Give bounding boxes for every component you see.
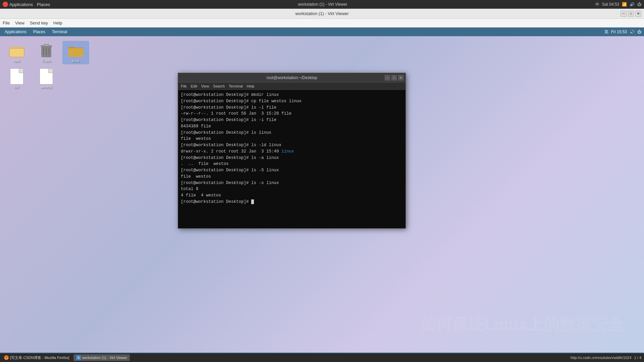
term-line-2: [root@workstation Desktop]# cp file west… bbox=[181, 98, 403, 105]
terminal-title: root@workstation:~/Desktop bbox=[266, 75, 317, 80]
desktop-icon-file[interactable]: file bbox=[3, 67, 30, 90]
host-taskbar-virt-viewer[interactable]: 🖥 workstation (1) - Virt Viewer bbox=[73, 354, 130, 361]
trash-icon-label: Trash bbox=[42, 59, 51, 63]
guest-panel-right: 英 Fri 15:53 🔊 ⏻ bbox=[604, 29, 641, 35]
host-taskbar-firefox-label: [写文章-CSDN博客 - Mozilla Firefox] bbox=[10, 355, 69, 360]
term-line-16: total 8 bbox=[181, 186, 403, 192]
terminal-window-controls: ─ □ ✕ bbox=[385, 75, 404, 80]
term-line-15: [root@workstation Desktop]# ls -s linux bbox=[181, 180, 403, 186]
host-time: Sat 04:53 bbox=[602, 2, 619, 7]
vv-file-menu[interactable]: File bbox=[3, 20, 10, 25]
virt-viewer-titlebar: workstation (1) - Virt Viewer ─ □ ✕ bbox=[0, 9, 644, 19]
file-icon bbox=[9, 68, 25, 84]
term-line-1: [root@workstation Desktop]# mkdir linux bbox=[181, 92, 403, 98]
terminal-menubar: File Edit View Search Terminal Help bbox=[178, 82, 406, 90]
firefox-icon: 🦊 bbox=[4, 355, 9, 360]
guest-power-icon: ⏻ bbox=[637, 29, 641, 34]
terminal-content[interactable]: [root@workstation Desktop]# mkdir linux … bbox=[178, 90, 406, 228]
desktop-icon-linux[interactable]: linux bbox=[62, 41, 89, 64]
term-terminal-menu[interactable]: Terminal bbox=[229, 84, 243, 88]
term-line-14: file westos bbox=[181, 174, 403, 180]
westos-icon-label: westos bbox=[41, 85, 52, 89]
term-line-3: [root@workstation Desktop]# ls -l file bbox=[181, 105, 403, 111]
term-view-menu[interactable]: View bbox=[201, 84, 209, 88]
vv-minimize-button[interactable]: ─ bbox=[621, 11, 627, 17]
term-line-17: 4 file 4 westos bbox=[181, 192, 403, 199]
guest-panel: Applications Places Terminal 英 Fri 15:53… bbox=[0, 27, 644, 36]
virt-viewer-icon: 🖥 bbox=[76, 355, 81, 360]
vv-maximize-button[interactable]: □ bbox=[628, 11, 634, 17]
svg-rect-4 bbox=[9, 48, 24, 57]
host-network-icon: 📶 bbox=[622, 2, 627, 7]
term-line-10: drwxr-xr-x. 2 root root 32 Jan 3 15:49 l… bbox=[181, 148, 403, 155]
host-taskbar: 🦊 [写文章-CSDN博客 - Mozilla Firefox] 🖥 works… bbox=[0, 353, 644, 362]
term-search-menu[interactable]: Search bbox=[213, 84, 225, 88]
host-input-indicator: 中 bbox=[595, 2, 599, 7]
virt-viewer-menubar: File View Send key Help bbox=[0, 19, 644, 27]
terminal-titlebar: root@workstation:~/Desktop ─ □ ✕ bbox=[178, 73, 406, 82]
host-taskbar-firefox[interactable]: 🦊 [写文章-CSDN博客 - Mozilla Firefox] bbox=[1, 354, 72, 361]
root-icon-label: root bbox=[14, 59, 20, 63]
host-window-title: workstation (1) - Virt Viewer bbox=[54, 2, 591, 7]
vv-close-button[interactable]: ✕ bbox=[635, 11, 641, 17]
term-line-4: -rw-r--r--. 1 root root 56 Jan 3 15:28 f… bbox=[181, 111, 403, 117]
term-file-menu[interactable]: File bbox=[181, 84, 187, 88]
vv-sendkey-menu[interactable]: Send key bbox=[30, 20, 48, 25]
term-line-12: . .. file westos bbox=[181, 161, 403, 167]
desktop-watermark: 如何保证Linux上的数据安全 bbox=[420, 314, 624, 335]
term-help-menu[interactable]: Help bbox=[247, 84, 255, 88]
term-line-8: file westos bbox=[181, 136, 403, 142]
guest-places-menu[interactable]: Places bbox=[31, 29, 47, 35]
linux-folder-icon bbox=[68, 42, 84, 58]
guest-terminal-menu[interactable]: Terminal bbox=[50, 29, 69, 35]
term-line-11: [root@workstation Desktop]# ls -a linux bbox=[181, 155, 403, 161]
guest-applications-menu[interactable]: Applications bbox=[3, 29, 29, 35]
svg-rect-14 bbox=[68, 48, 83, 57]
term-line-6: 8434389 file bbox=[181, 123, 403, 130]
vv-view-menu[interactable]: View bbox=[15, 20, 24, 25]
term-line-7: [root@workstation Desktop]# ls linux bbox=[181, 130, 403, 136]
terminal-close-button[interactable]: ✕ bbox=[398, 75, 404, 80]
term-edit-menu[interactable]: Edit bbox=[191, 84, 197, 88]
host-places-label[interactable]: Places bbox=[37, 2, 50, 7]
root-folder-icon bbox=[9, 42, 25, 58]
desktop-icon-row-1: root Trash bbox=[3, 41, 89, 64]
desktop-icon-trash[interactable]: Trash bbox=[33, 41, 60, 64]
term-line-9: [root@workstation Desktop]# ls -ld linux bbox=[181, 142, 403, 148]
guest-input-indicator: 英 bbox=[604, 29, 608, 35]
terminal-minimize-button[interactable]: ─ bbox=[385, 75, 390, 80]
host-taskbar-page: 1 / 4 bbox=[634, 356, 641, 360]
term-line-13: [root@workstation Desktop]# ls -S linux bbox=[181, 167, 403, 174]
host-topbar: Applications Places workstation (1) - Vi… bbox=[0, 0, 644, 9]
terminal-maximize-button[interactable]: □ bbox=[391, 75, 397, 80]
host-apps-label[interactable]: Applications bbox=[9, 2, 33, 7]
host-audio-icon: 🔊 bbox=[630, 2, 635, 7]
svg-rect-8 bbox=[44, 44, 49, 46]
term-line-18: [root@workstation Desktop]# bbox=[181, 199, 403, 205]
apps-icon bbox=[3, 2, 8, 7]
host-taskbar-right: http://u.csdn.cn/resolution/width/1024 1… bbox=[571, 356, 641, 360]
term-line-5: [root@workstation Desktop]# ls -i file bbox=[181, 117, 403, 123]
desktop-icons-area: root Trash bbox=[0, 38, 93, 97]
trash-icon bbox=[38, 42, 54, 58]
linux-icon-label: linux bbox=[72, 59, 80, 63]
host-topbar-right: 中 Sat 04:53 📶 🔊 ⏻ bbox=[595, 2, 641, 7]
file-icon-label: file bbox=[14, 85, 19, 89]
host-applications-menu[interactable]: Applications bbox=[3, 2, 33, 7]
host-power-icon: ⏻ bbox=[637, 2, 641, 7]
desktop-icon-root[interactable]: root bbox=[3, 41, 30, 64]
vv-window-controls: ─ □ ✕ bbox=[621, 11, 641, 17]
guest-audio-icon: 🔊 bbox=[630, 29, 635, 34]
host-taskbar-url: http://u.csdn.cn/resolution/width/1024 bbox=[571, 356, 632, 360]
desktop-icon-westos[interactable]: westos bbox=[33, 67, 60, 90]
terminal-window[interactable]: root@workstation:~/Desktop ─ □ ✕ File Ed… bbox=[178, 73, 406, 229]
terminal-cursor bbox=[251, 199, 254, 204]
desktop-icon-row-2: file westos bbox=[3, 67, 89, 90]
vv-help-menu[interactable]: Help bbox=[53, 20, 62, 25]
guest-time: Fri 15:53 bbox=[611, 29, 627, 34]
vv-title: workstation (1) - Virt Viewer bbox=[295, 11, 348, 16]
host-taskbar-virt-label: workstation (1) - Virt Viewer bbox=[82, 356, 127, 360]
guest-desktop: Applications Places Terminal 英 Fri 15:53… bbox=[0, 27, 644, 362]
westos-icon bbox=[38, 68, 54, 84]
